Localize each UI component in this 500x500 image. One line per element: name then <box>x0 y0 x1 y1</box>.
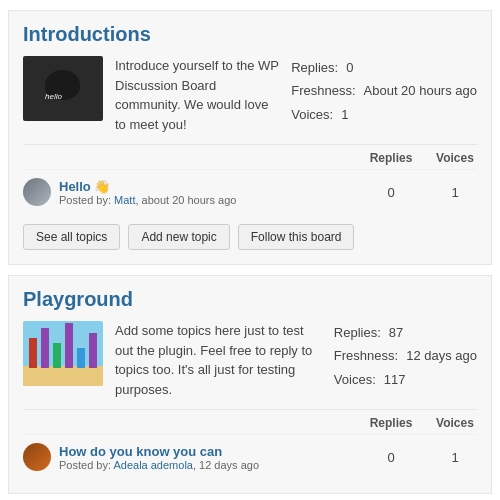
board-title-introductions: Introductions <box>23 23 477 46</box>
stat-label: Replies: <box>291 56 338 79</box>
board-title-playground: Playground <box>23 288 477 311</box>
see-all-button[interactable]: See all topics <box>23 224 120 250</box>
board-description-introductions: Introduce yourself to the WP Discussion … <box>115 56 279 134</box>
stat-label: Replies: <box>334 321 381 344</box>
topic-title-link[interactable]: Hello 👋 <box>59 179 110 194</box>
column-header-voices: Voices <box>433 151 477 165</box>
stat-row: Freshness:12 days ago <box>334 344 477 367</box>
stat-value: About 20 hours ago <box>364 79 477 102</box>
board-section-playground: PlaygroundAdd some topics here just to t… <box>8 275 492 494</box>
stat-value: 117 <box>384 368 406 391</box>
board-info-playground: Add some topics here just to test out th… <box>23 321 477 399</box>
topic-meta: Posted by: Adeala ademola, 12 days ago <box>59 459 361 471</box>
stat-value: 12 days ago <box>406 344 477 367</box>
stat-label: Voices: <box>291 103 333 126</box>
topic-author-link[interactable]: Matt <box>114 194 135 206</box>
column-header-replies: Replies <box>369 151 413 165</box>
topic-reply-count: 0 <box>369 185 413 200</box>
topic-row-playground-0: How do you know you canPosted by: Adeala… <box>23 434 477 479</box>
stat-row: Voices:1 <box>291 103 477 126</box>
column-header-voices: Voices <box>433 416 477 430</box>
stat-value: 1 <box>341 103 348 126</box>
topic-counts: 01 <box>369 185 477 200</box>
topic-info: Hello 👋Posted by: Matt, about 20 hours a… <box>59 179 361 206</box>
board-description-playground: Add some topics here just to test out th… <box>115 321 322 399</box>
stat-row: Freshness:About 20 hours ago <box>291 79 477 102</box>
column-header-replies: Replies <box>369 416 413 430</box>
topic-meta: Posted by: Matt, about 20 hours ago <box>59 194 361 206</box>
topic-voice-count: 1 <box>433 450 477 465</box>
board-section-introductions: IntroductionsIntroduce yourself to the W… <box>8 10 492 265</box>
topic-row-introductions-0: Hello 👋Posted by: Matt, about 20 hours a… <box>23 169 477 214</box>
follow-button[interactable]: Follow this board <box>238 224 355 250</box>
topic-author-link[interactable]: Adeala ademola <box>113 459 193 471</box>
topic-voice-count: 1 <box>433 185 477 200</box>
add-new-button[interactable]: Add new topic <box>128 224 229 250</box>
topic-info: How do you know you canPosted by: Adeala… <box>59 444 361 471</box>
table-header-playground: RepliesVoices <box>23 409 477 434</box>
board-stats-introductions: Replies:0Freshness:About 20 hours agoVoi… <box>291 56 477 126</box>
board-thumbnail-introductions <box>23 56 103 121</box>
stat-row: Replies:87 <box>334 321 477 344</box>
stat-label: Freshness: <box>291 79 355 102</box>
stat-row: Voices:117 <box>334 368 477 391</box>
board-info-introductions: Introduce yourself to the WP Discussion … <box>23 56 477 134</box>
stat-label: Voices: <box>334 368 376 391</box>
stat-label: Freshness: <box>334 344 398 367</box>
board-actions-introductions: See all topicsAdd new topicFollow this b… <box>23 224 477 250</box>
topic-title-link[interactable]: How do you know you can <box>59 444 222 459</box>
stat-value: 87 <box>389 321 403 344</box>
avatar <box>23 443 51 471</box>
board-stats-playground: Replies:87Freshness:12 days agoVoices:11… <box>334 321 477 391</box>
topic-reply-count: 0 <box>369 450 413 465</box>
table-header-introductions: RepliesVoices <box>23 144 477 169</box>
board-thumbnail-playground <box>23 321 103 386</box>
topic-counts: 01 <box>369 450 477 465</box>
stat-row: Replies:0 <box>291 56 477 79</box>
avatar <box>23 178 51 206</box>
stat-value: 0 <box>346 56 353 79</box>
